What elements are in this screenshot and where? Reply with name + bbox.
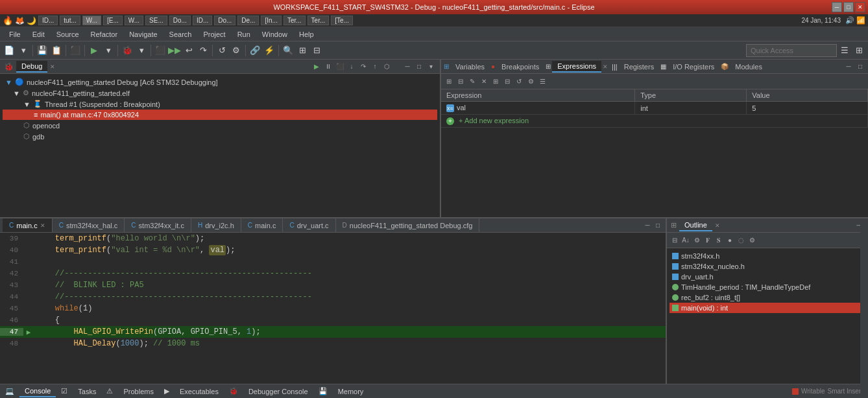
code-tab-cfg[interactable]: D nucleoF411_getting_started Debug.cfg <box>336 218 480 233</box>
taskbar-item-te[interactable]: [Te... <box>331 16 353 25</box>
debug-disconnect-btn[interactable]: ⬡ <box>381 62 392 72</box>
tree-item-openocd[interactable]: ⬡ openocd <box>3 120 437 131</box>
toolbar-debug-btn[interactable]: 🐞 <box>121 44 134 57</box>
expr-list-btn[interactable]: ☰ <box>537 76 548 87</box>
toolbar-step-over-btn[interactable]: ↷ <box>197 44 210 57</box>
code-area[interactable]: 39 term_printf("hello world \n\r"); 40 t… <box>0 233 666 384</box>
toolbar-run-btn[interactable]: ▶ <box>88 44 101 57</box>
menu-run[interactable]: Run <box>232 29 256 40</box>
toolbar-search-btn[interactable]: 🔍 <box>282 44 295 57</box>
debug-menu-btn[interactable]: ▾ <box>426 62 436 72</box>
expr-settings-btn[interactable]: ⚙ <box>525 76 536 87</box>
expr-edit-btn[interactable]: ✎ <box>467 76 477 87</box>
outline-filter-btn[interactable]: ⚙ <box>692 235 702 246</box>
tab-expressions[interactable]: Expressions <box>552 61 601 73</box>
tree-item-elf[interactable]: ▼ ⚙ nucleoF411_getting_started.elf <box>3 88 437 99</box>
toolbar-debug-arrow[interactable]: ▾ <box>135 44 148 57</box>
menu-file[interactable]: File <box>4 29 26 40</box>
outline-item-main[interactable]: main(void) : int <box>669 303 865 313</box>
expr-row-val[interactable]: x=val int 5 <box>441 102 868 115</box>
toolbar-step-btn[interactable]: ↩ <box>182 44 195 57</box>
expr-collapse-btn[interactable]: ⊟ <box>502 76 512 87</box>
tab-breakpoints[interactable]: Breakpoints <box>496 62 544 72</box>
expr-add-cell[interactable]: + + Add new expression <box>441 115 868 128</box>
code-tab-it[interactable]: C stm32f4xx_it.c <box>125 218 191 233</box>
outline-item-drv-uart[interactable]: drv_uart.h <box>669 272 865 282</box>
code-minimize-btn[interactable]: ─ <box>642 220 653 231</box>
debug-collapse-btn[interactable]: ─ <box>402 62 413 72</box>
toolbar-save-btn[interactable]: 💾 <box>36 44 49 57</box>
menu-navigate[interactable]: Navigate <box>124 29 162 40</box>
menu-source[interactable]: Source <box>51 29 84 40</box>
toolbar-refresh-btn[interactable]: ↺ <box>215 44 228 57</box>
outline-tab-close[interactable]: ✕ <box>715 222 720 229</box>
quick-access-input[interactable] <box>746 44 837 57</box>
status-tab-executables[interactable]: Executables <box>175 386 224 397</box>
taskbar-item-w[interactable]: W... <box>82 16 101 25</box>
toolbar-settings-btn[interactable]: ⚙ <box>230 44 243 57</box>
status-tab-problems[interactable]: Problems <box>118 386 158 397</box>
debug-tab[interactable]: Debug <box>16 61 47 73</box>
toolbar-save2-btn[interactable]: 📋 <box>50 44 63 57</box>
status-tab-memory[interactable]: Memory <box>333 386 369 397</box>
toolbar-run-arrow[interactable]: ▾ <box>102 44 115 57</box>
taskbar-item-id[interactable]: ID... <box>38 16 58 25</box>
tree-item-main[interactable]: ≡ main() at main.c:47 0x8004924 <box>3 110 437 120</box>
outline-collapse-btn[interactable]: ⊟ <box>669 235 680 246</box>
tab-expressions-close[interactable]: ✕ <box>603 64 608 70</box>
menu-search[interactable]: Search <box>164 29 197 40</box>
tab-io-registers[interactable]: I/O Registers <box>668 62 719 72</box>
taskbar-item-se[interactable]: SE... <box>145 16 167 25</box>
outline-item-stm32f4xx[interactable]: stm32f4xx.h <box>669 251 865 261</box>
tab-registers[interactable]: Registers <box>619 62 659 72</box>
outline-tab[interactable]: Outline <box>679 220 712 231</box>
expr-refresh-btn[interactable]: ↺ <box>514 76 524 87</box>
debug-step-over-btn2[interactable]: ↷ <box>358 62 368 72</box>
toolbar-switch-btn[interactable]: ⊞ <box>852 44 865 57</box>
code-tab-close[interactable]: ✕ <box>40 222 45 229</box>
menu-window[interactable]: Window <box>257 29 293 40</box>
debug-resume-btn[interactable]: ▶ <box>311 62 322 72</box>
status-tab-console[interactable]: Console <box>19 386 56 397</box>
toolbar-new-btn[interactable]: 📄 <box>3 44 16 57</box>
tree-item-root[interactable]: ▼ 🔵 nucleoF411_getting_started Debug [Ac… <box>3 76 437 88</box>
debug-maximize-btn[interactable]: □ <box>414 62 424 72</box>
taskbar-item-ter2[interactable]: Ter... <box>307 16 330 25</box>
taskbar-item-w2[interactable]: W... <box>125 16 143 25</box>
tree-item-thread[interactable]: ▼ 🧵 Thread #1 (Suspended : Breakpoint) <box>3 99 437 110</box>
outline-settings-btn[interactable]: ⚙ <box>747 235 757 246</box>
code-maximize-btn[interactable]: □ <box>653 220 663 231</box>
taskbar-item-ter[interactable]: Ter... <box>283 16 306 25</box>
code-tab-main-c[interactable]: C main.c ✕ <box>3 218 53 233</box>
code-tab-i2c[interactable]: H drv_i2c.h <box>191 218 241 233</box>
taskbar-item-e[interactable]: [E... <box>103 16 123 25</box>
outline-hide-nonpub-btn[interactable]: ● <box>725 235 735 246</box>
outline-alpha-btn[interactable]: A↓ <box>681 235 691 246</box>
debug-step-into-btn[interactable]: ↓ <box>346 62 357 72</box>
toolbar-sync-btn[interactable]: ⚡ <box>263 44 276 57</box>
taskbar-item-tut[interactable]: tut... <box>60 16 80 25</box>
menu-edit[interactable]: Edit <box>27 29 50 40</box>
maximize-button[interactable]: □ <box>843 2 854 12</box>
rp-maximize-btn[interactable]: □ <box>855 62 865 72</box>
taskbar-item-de[interactable]: De... <box>237 16 259 25</box>
menu-help[interactable]: Help <box>294 29 319 40</box>
debug-stop-btn[interactable]: ⬛ <box>335 62 345 72</box>
minimize-button[interactable]: ─ <box>832 2 842 12</box>
taskbar-item-id2[interactable]: ID... <box>193 16 212 25</box>
expr-add-btn[interactable]: ⊞ <box>444 76 454 87</box>
code-tab-main2[interactable]: C main.c <box>241 218 283 233</box>
tree-item-gdb[interactable]: ⬡ gdb <box>3 131 437 142</box>
status-tab-tasks[interactable]: Tasks <box>73 386 101 397</box>
expr-add-row[interactable]: + + Add new expression <box>441 115 868 128</box>
code-scrollbar[interactable] <box>860 218 868 384</box>
outline-item-recbuf[interactable]: rec_buf2 : uint8_t[] <box>669 292 865 303</box>
outline-item-timhandle[interactable]: TimHandle_period : TIM_HandleTypeDef <box>669 282 865 292</box>
expr-expand-btn[interactable]: ⊞ <box>490 76 501 87</box>
outline-hide-fields-btn[interactable]: 𝐅 <box>703 235 713 246</box>
toolbar-resume-btn[interactable]: ▶▶ <box>168 44 181 57</box>
debug-step-return-btn[interactable]: ↑ <box>370 62 380 72</box>
status-tab-debugger[interactable]: Debugger Console <box>243 386 313 397</box>
debug-pause-btn[interactable]: ⏸ <box>323 62 333 72</box>
taskbar-item-do2[interactable]: Do... <box>214 16 235 25</box>
